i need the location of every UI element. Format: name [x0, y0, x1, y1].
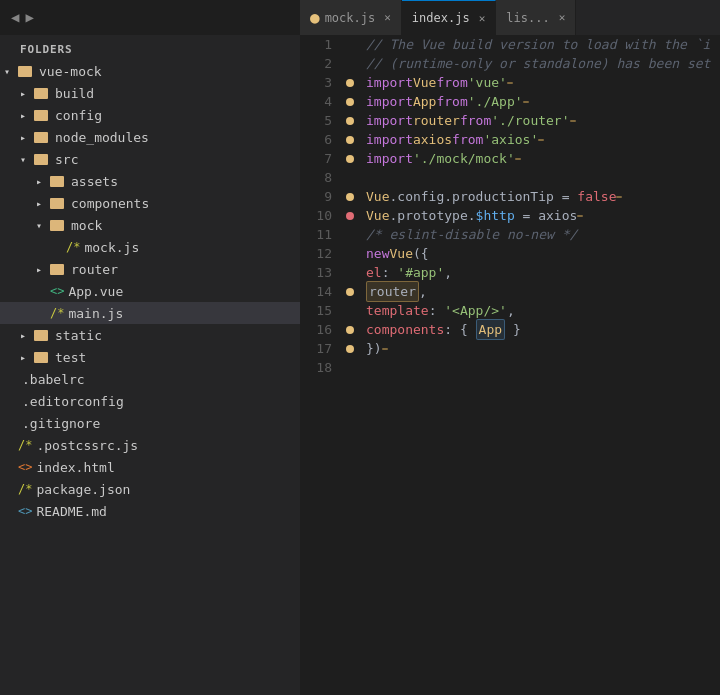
editor: 123456789101112131415161718 // The Vue b…	[300, 35, 720, 695]
tab-index.js[interactable]: index.js✕	[402, 0, 496, 35]
tree-item-mock-js[interactable]: /* mock.js	[0, 236, 300, 258]
line-number: 13	[300, 263, 342, 282]
code-line: new Vue({	[366, 244, 720, 263]
code-line: })	[366, 339, 720, 358]
code-line: // (runtime-only or standalone) has been…	[366, 54, 720, 73]
tree-icon	[34, 108, 51, 122]
line-number: 2	[300, 54, 342, 73]
tree-icon	[50, 218, 67, 232]
code-line: Vue.config.productionTip = false	[366, 187, 720, 206]
tab-bar: ◀ ▶ ●mock.js✕index.js✕lis...✕	[0, 0, 720, 35]
tree-arrow: ▸	[36, 264, 50, 275]
tree-item-vue-mock[interactable]: ▾vue-mock	[0, 60, 300, 82]
gutter-dot	[342, 111, 358, 130]
tree-label: node_modules	[55, 130, 149, 145]
gutter-dot	[342, 54, 358, 73]
tree-label: test	[55, 350, 86, 365]
tree-item-gitignore[interactable]: .gitignore	[0, 412, 300, 434]
tab-mock.js[interactable]: ●mock.js✕	[300, 0, 402, 35]
tree-label: package.json	[36, 482, 130, 497]
code-line: /* eslint-disable no-new */	[366, 225, 720, 244]
tab-lis...[interactable]: lis...✕	[496, 0, 576, 35]
tree-icon	[34, 86, 51, 100]
tree-icon	[18, 64, 35, 78]
tree-item-editorconfig[interactable]: .editorconfig	[0, 390, 300, 412]
tree-item-test[interactable]: ▸test	[0, 346, 300, 368]
line-number: 17	[300, 339, 342, 358]
nav-arrows[interactable]: ◀ ▶	[0, 7, 45, 28]
tree-arrow: ▸	[20, 110, 34, 121]
gutter-dot	[342, 225, 358, 244]
code-line	[366, 168, 720, 187]
tree-icon: /*	[18, 438, 32, 452]
nav-back-icon[interactable]: ◀	[8, 7, 22, 28]
tree-arrow: ▸	[20, 88, 34, 99]
tab-label: mock.js	[325, 11, 376, 25]
tree-item-config[interactable]: ▸config	[0, 104, 300, 126]
code-line: import './mock/mock'	[366, 149, 720, 168]
tree-icon: /*	[50, 306, 64, 320]
tab-label: lis...	[506, 11, 549, 25]
line-number: 5	[300, 111, 342, 130]
code-line: components: { App }	[366, 320, 720, 339]
line-number: 7	[300, 149, 342, 168]
tree-item-build[interactable]: ▸build	[0, 82, 300, 104]
tab-close-icon[interactable]: ✕	[384, 11, 391, 24]
gutter-dot	[342, 73, 358, 92]
tree-label: App.vue	[68, 284, 123, 299]
tree-label: components	[71, 196, 149, 211]
tree-item-package-json[interactable]: /* package.json	[0, 478, 300, 500]
sidebar: FOLDERS ▾vue-mock▸build▸config▸node_modu…	[0, 35, 300, 695]
tree-icon	[34, 350, 51, 364]
code-line: import router from './router'	[366, 111, 720, 130]
tree-item-index-html[interactable]: <> index.html	[0, 456, 300, 478]
tree-label: .postcssrc.js	[36, 438, 138, 453]
tree-icon	[34, 328, 51, 342]
tree-item-babelrc[interactable]: .babelrc	[0, 368, 300, 390]
tab-close-icon[interactable]: ✕	[479, 12, 486, 25]
tree-label: .babelrc	[22, 372, 85, 387]
line-number: 16	[300, 320, 342, 339]
tree-item-app-vue[interactable]: <> App.vue	[0, 280, 300, 302]
tree-item-src[interactable]: ▾src	[0, 148, 300, 170]
tree-label: static	[55, 328, 102, 343]
line-number: 9	[300, 187, 342, 206]
code-line: import axios from 'axios'	[366, 130, 720, 149]
gutter-dot	[342, 244, 358, 263]
tree-item-main-js[interactable]: /* main.js	[0, 302, 300, 324]
nav-forward-icon[interactable]: ▶	[22, 7, 36, 28]
gutter-dot	[342, 168, 358, 187]
line-number: 18	[300, 358, 342, 377]
tab-close-icon[interactable]: ✕	[559, 11, 566, 24]
tree-item-postcssrc[interactable]: /* .postcssrc.js	[0, 434, 300, 456]
line-number: 4	[300, 92, 342, 111]
line-number: 10	[300, 206, 342, 225]
tree-arrow: ▸	[36, 176, 50, 187]
gutter-dots	[342, 35, 358, 695]
tree-label: build	[55, 86, 94, 101]
tree-item-router[interactable]: ▸router	[0, 258, 300, 280]
tree-item-components[interactable]: ▸components	[0, 192, 300, 214]
tree-label: vue-mock	[39, 64, 102, 79]
tree-arrow: ▾	[4, 66, 18, 77]
gutter-dot	[342, 339, 358, 358]
tree-label: mock	[71, 218, 102, 233]
code-line: el: '#app',	[366, 263, 720, 282]
code-area[interactable]: // The Vue build version to load with th…	[358, 35, 720, 695]
tree-item-readme[interactable]: <> README.md	[0, 500, 300, 522]
main-layout: FOLDERS ▾vue-mock▸build▸config▸node_modu…	[0, 35, 720, 695]
gutter-dot	[342, 92, 358, 111]
line-number: 11	[300, 225, 342, 244]
tree-item-node_modules[interactable]: ▸node_modules	[0, 126, 300, 148]
tree-item-static[interactable]: ▸static	[0, 324, 300, 346]
line-number: 8	[300, 168, 342, 187]
tree-label: index.html	[36, 460, 114, 475]
tree-item-assets[interactable]: ▸assets	[0, 170, 300, 192]
tree-arrow: ▸	[20, 352, 34, 363]
tree-item-mock[interactable]: ▾mock	[0, 214, 300, 236]
tree-label: mock.js	[84, 240, 139, 255]
line-number: 14	[300, 282, 342, 301]
tree-label: src	[55, 152, 78, 167]
code-line: import Vue from 'vue'	[366, 73, 720, 92]
tree-icon	[34, 130, 51, 144]
